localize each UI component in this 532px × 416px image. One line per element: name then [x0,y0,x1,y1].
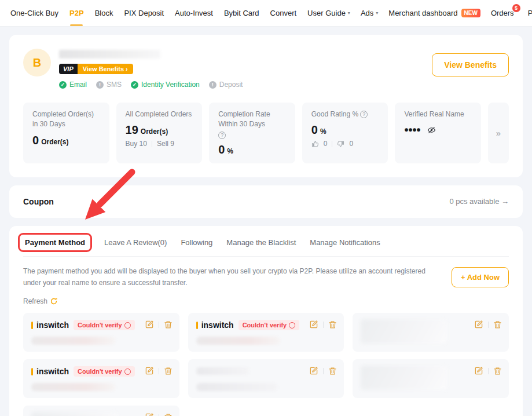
tabs-row: Payment Method Leave A Review(0) Followi… [23,236,509,257]
nav-p2p-user-center[interactable]: P2P User Center VIP [528,9,532,17]
nav-orders-label: Orders [491,9,514,17]
delete-icon[interactable] [328,320,337,329]
stats-row: Completed Order(s) in 30 Days ? 0 Order(… [23,103,509,163]
add-now-button[interactable]: + Add Now [452,267,509,287]
couldnt-verify-badge: Couldn't verify [239,320,300,330]
nav-left-group: One-Click Buy P2P Block PIX Deposit Auto… [10,0,307,26]
tab[interactable]: Manage the Blacklist [226,238,296,247]
edit-icon[interactable] [145,366,154,375]
coupon-available-link[interactable]: 0 pcs available → [449,197,509,206]
nav-merchant-dashboard[interactable]: Merchant dashboard NEW [388,9,480,17]
nav-user-guide-label: User Guide [307,9,346,17]
delete-icon[interactable] [164,367,173,375]
nav-item[interactable]: PIX Deposit [124,0,164,26]
help-icon[interactable]: ? [218,132,226,139]
edit-icon[interactable] [145,320,154,329]
avatar: B [23,49,51,76]
eye-slash-icon[interactable] [427,126,436,134]
payment-method-name: inswitch [36,320,69,330]
username-redacted [59,50,160,59]
payment-methods-grid: inswitch Couldn't verify [23,313,509,416]
delete-icon[interactable] [493,367,502,375]
nav-user-guide[interactable]: User Guide ▾ [307,9,350,17]
card-actions [145,413,173,416]
redacted-account-line [31,383,115,391]
stats-expand-button[interactable]: » [488,103,509,163]
view-benefits-button[interactable]: View Benefits [432,53,509,76]
nav-item-label: Bybit Card [224,9,259,17]
tab[interactable]: Following [181,238,212,247]
verification-label: Email [69,81,87,89]
verification-item: ✓ Identity Verification [131,81,200,89]
nav-ads[interactable]: Ads ▾ [361,9,378,17]
verification-item: ! SMS [96,81,122,89]
nav-item[interactable]: Block [95,0,113,26]
help-icon[interactable] [124,322,131,329]
help-icon[interactable] [124,368,131,375]
edit-icon[interactable] [474,320,483,329]
action-divider [159,322,159,328]
stat-sub: Buy 10 Sell 9 [126,140,193,148]
verification-label: Deposit [219,81,243,89]
refresh-button[interactable]: Refresh [23,297,58,305]
stat-value: 19 Order(s) [126,123,193,137]
nav-item[interactable]: P2P [69,0,84,26]
edit-icon[interactable] [309,320,318,329]
delete-icon[interactable] [164,413,173,416]
tab[interactable]: Leave A Review(0) [104,238,167,247]
help-icon[interactable]: ? [360,111,368,118]
card-actions [309,320,337,329]
vip-benefits-pill[interactable]: VIP View Benefits › [59,64,133,74]
nav-item-label: Auto-Invest [175,9,213,17]
delete-icon[interactable] [328,367,337,375]
stat-label: Completion Rate Within 30 Days ? [218,110,286,139]
vip-tier-badge: VIP [59,64,78,74]
thumbs-down-icon [337,140,344,148]
action-divider [323,368,324,374]
help-icon[interactable] [289,322,295,329]
edit-icon[interactable] [474,366,483,375]
thumbs-up-icon [311,140,319,148]
verification-item: ! Deposit [209,81,243,89]
stat-label: Completed Order(s) in 30 Days ? [32,110,100,130]
payment-method-card: inswitch Couldn't verify [23,313,179,352]
nav-ads-label: Ads [361,9,373,17]
payment-description-row: The payment method you add will be displ… [23,266,509,289]
stat-card: Verified Real Name ? •••• [395,103,481,163]
stat-label: All Completed Orders ? [126,110,193,119]
payment-method-card: inswitch Couldn't verify [23,359,179,398]
redacted-block [361,366,447,390]
nav-orders[interactable]: Orders 5 [491,9,514,17]
nav-item-label: P2P [69,9,84,17]
profile-card: B VIP View Benefits › ✓ Email ! SMS ✓ Id… [9,35,523,177]
orders-count-badge: 5 [512,4,520,12]
payment-method-name: inswitch [36,367,69,376]
redacted-name-line [196,367,250,375]
caret-down-icon: ▾ [348,10,350,16]
tab[interactable]: Payment Method [18,233,92,252]
tab[interactable]: Manage Notifications [310,238,380,247]
verification-status-icon: ! [209,81,217,89]
stat-label: Verified Real Name ? [404,110,472,119]
nav-merchant-dashboard-label: Merchant dashboard [388,9,457,17]
delete-icon[interactable] [493,320,502,329]
refresh-label: Refresh [23,297,47,305]
edit-icon[interactable] [309,366,318,375]
edit-icon[interactable] [145,413,154,416]
couldnt-verify-badge: Couldn't verify [74,320,135,330]
payment-method-card [23,406,179,416]
coupon-card: Coupon 0 pcs available → [9,185,523,218]
nav-item[interactable]: One-Click Buy [10,0,58,26]
card-actions [474,320,502,329]
accent-bar [196,322,198,329]
payment-method-card: inswitch Couldn't verify [188,313,344,352]
delete-icon[interactable] [164,320,173,329]
nav-item[interactable]: Convert [270,0,297,26]
payment-method-card [353,313,509,352]
stat-value: 0 % [311,123,379,137]
nav-item[interactable]: Auto-Invest [175,0,213,26]
redacted-block [361,319,447,344]
action-divider [323,322,324,328]
nav-item[interactable]: Bybit Card [224,0,259,26]
nav-item-label: PIX Deposit [124,9,164,17]
